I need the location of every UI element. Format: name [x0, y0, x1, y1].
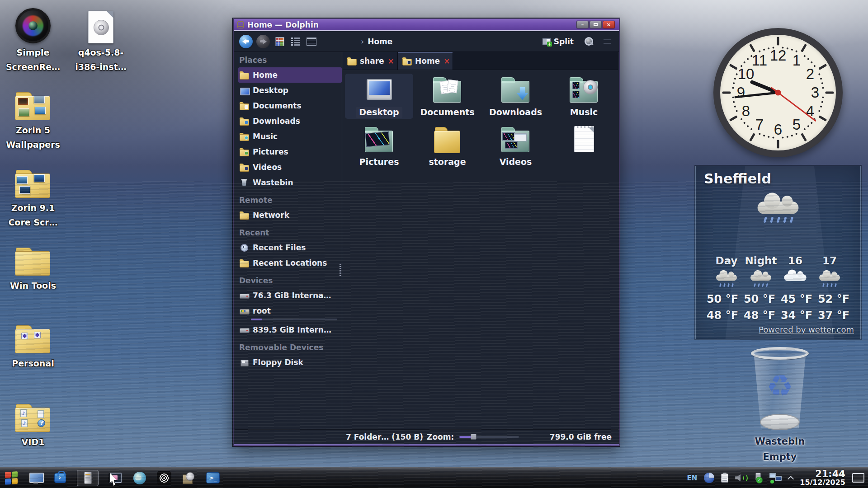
screen-recorder-launcher[interactable]: [156, 470, 172, 486]
show-desktop-launcher[interactable]: [28, 470, 43, 486]
home-folder-icon: [402, 57, 411, 65]
desktop-icon-win-tools[interactable]: Win Tools: [6, 239, 60, 293]
breadcrumb[interactable]: › Home: [361, 37, 392, 46]
display-icon: [29, 473, 42, 483]
desktop-icon-zorin91-screenshots[interactable]: Zorin 9.1Core Scr…: [6, 162, 60, 230]
temp-low: 34 °F: [781, 309, 812, 322]
temp-low: 48 °F: [744, 309, 775, 322]
sidebar-item-network[interactable]: Network: [238, 207, 342, 223]
monitor-icon: [240, 87, 249, 94]
sidebar-item-internal-drive-1[interactable]: 76.3 GiB Interna…: [238, 288, 342, 303]
section-devices: Devices: [239, 276, 342, 285]
desktop-folder-icon: [367, 79, 392, 100]
package-manager-launcher[interactable]: [181, 470, 196, 486]
sidebar-item-music[interactable]: Music: [238, 129, 342, 144]
forward-button[interactable]: [256, 35, 270, 48]
zoom-slider[interactable]: [459, 436, 519, 438]
folder-media-icon: ♪ ♪ f: [15, 404, 51, 433]
search-icon[interactable]: [584, 37, 594, 47]
folder-icon: [347, 57, 356, 65]
taskbar: >_ EN 21:44 15/12/2025: [0, 467, 868, 488]
details-view-button[interactable]: [289, 35, 302, 47]
tab-close-icon[interactable]: ×: [443, 56, 450, 66]
desktop-icon-vid1[interactable]: ♪ ♪ f VID1: [6, 396, 60, 449]
taskbar-clock[interactable]: 21:44 15/12/2025: [800, 469, 845, 487]
file-storage[interactable]: storage: [413, 123, 481, 169]
back-button[interactable]: [239, 35, 253, 48]
iso-file-icon: [88, 11, 113, 43]
minimize-button[interactable]: –: [576, 21, 589, 28]
file-music[interactable]: Music: [550, 74, 618, 119]
file-pictures[interactable]: Pictures: [345, 123, 413, 169]
sidebar-item-documents[interactable]: Documents: [238, 98, 342, 113]
sidebar-item-home[interactable]: Home: [238, 67, 342, 83]
desktop-icon-simplescreenrecorder[interactable]: SimpleScreenRe…: [6, 6, 60, 74]
downloads-folder-icon: [499, 75, 533, 105]
network-folder-icon: [240, 211, 249, 219]
temp-high: 50 °F: [744, 293, 775, 305]
section-places: Places: [239, 56, 342, 65]
music-folder-icon: [567, 75, 601, 105]
menu-icon[interactable]: [604, 39, 611, 44]
window-titlebar[interactable]: Home — Dolphin – ✕: [234, 19, 619, 31]
sidebar-item-videos[interactable]: Videos: [238, 160, 342, 175]
weather-col-day: Day: [709, 255, 744, 267]
zoom-slider-handle[interactable]: [471, 434, 476, 440]
close-button[interactable]: ✕: [603, 21, 615, 28]
temp-high: 50 °F: [707, 293, 738, 305]
weather-col-17: 17: [812, 255, 847, 267]
software-bag-icon: [54, 473, 66, 483]
clipboard-tray-icon[interactable]: [721, 474, 728, 483]
keyboard-layout-indicator[interactable]: EN: [687, 474, 697, 482]
sidebar-item-downloads[interactable]: Downloads: [238, 113, 342, 129]
show-desktop-button[interactable]: [852, 473, 864, 483]
split-button[interactable]: Split: [542, 37, 574, 46]
sidebar-item-root[interactable]: root: [238, 303, 342, 319]
wastebin-desktop-icon[interactable]: ♻ WastebinEmpty: [744, 347, 816, 465]
sidebar-item-internal-drive-2[interactable]: 839.5 GiB Intern…: [238, 322, 342, 338]
web-browser-launcher[interactable]: [132, 470, 147, 486]
file-desktop[interactable]: Desktop: [345, 74, 413, 119]
tab-home[interactable]: Home ×: [398, 52, 453, 70]
software-center-launcher[interactable]: [52, 470, 68, 486]
sidebar-item-recent-files[interactable]: Recent Files: [238, 240, 342, 255]
desktop-icon-q4os-iso[interactable]: q4os-5.8-i386-inst…: [74, 6, 127, 74]
world-clock-tray-icon[interactable]: [704, 473, 714, 483]
file-videos[interactable]: Videos: [481, 123, 550, 169]
tab-share[interactable]: share ×: [343, 52, 398, 70]
file-manager-task-active[interactable]: [77, 470, 99, 486]
maximize-button[interactable]: [590, 21, 602, 28]
file-downloads[interactable]: Downloads: [481, 74, 550, 119]
desktop-icon-zorin5-wallpapers[interactable]: Zorin 5Wallpapers: [6, 84, 60, 152]
folder-icon: [15, 248, 51, 277]
file-untitled-text[interactable]: [550, 123, 618, 169]
sidebar-item-recent-locations[interactable]: Recent Locations: [238, 255, 342, 271]
temp-high: 52 °F: [818, 293, 849, 305]
usb-device-tray-icon[interactable]: [754, 473, 763, 483]
desktop: SimpleScreenRe… q4os-5.8-i386-inst… Zori…: [0, 0, 868, 488]
storage-folder-icon: [430, 125, 465, 155]
mouse-cursor: [110, 473, 119, 486]
videos-folder-icon: [499, 125, 533, 155]
panel-scroll-grip[interactable]: [340, 264, 341, 277]
sidebar-item-wastebin[interactable]: Wastebin: [238, 175, 342, 190]
sidebar-item-floppy[interactable]: Floppy Disk: [238, 355, 342, 370]
sidebar-item-desktop[interactable]: Desktop: [238, 83, 342, 98]
weather-rain-icon: [714, 274, 739, 288]
terminal-launcher[interactable]: >_: [205, 470, 221, 486]
network-tray-icon[interactable]: [769, 473, 782, 483]
tab-close-icon[interactable]: ×: [388, 56, 394, 66]
tray-expand-chevron-icon[interactable]: [788, 475, 793, 481]
pictures-folder-icon: [240, 148, 249, 155]
volume-tray-icon[interactable]: [735, 473, 747, 483]
trash-icon: [240, 179, 249, 186]
file-documents[interactable]: Documents: [413, 74, 481, 119]
clock-widget: 121234567891011: [713, 28, 843, 157]
start-menu-button[interactable]: [4, 470, 19, 486]
icons-view-button[interactable]: [274, 35, 286, 47]
desktop-icon-personal[interactable]: Personal: [6, 317, 60, 371]
window-toolbar: › Home Split: [234, 31, 619, 52]
tree-view-button[interactable]: [305, 35, 317, 47]
sidebar-item-pictures[interactable]: Pictures: [238, 144, 342, 160]
weather-credit-link[interactable]: Powered by wetter.com: [759, 325, 854, 334]
